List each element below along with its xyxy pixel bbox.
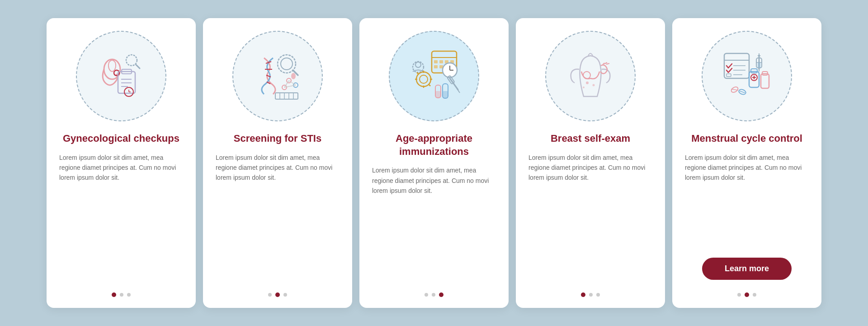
learn-more-button[interactable]: Learn more	[702, 258, 792, 280]
card-immunizations-title: Age-appropriate immunizations	[372, 132, 496, 158]
svg-rect-54	[435, 91, 441, 98]
svg-line-11	[136, 64, 140, 68]
icon-menstrual-circle	[702, 31, 792, 121]
icon-breast-circle	[545, 31, 636, 121]
card-breast-title: Breast self-exam	[551, 132, 630, 145]
card-gynecological: Gynecological checkups Lorem ipsum dolor…	[47, 18, 196, 308]
card-sti: Screening for STIs Lorem ipsum dolor sit…	[203, 18, 352, 308]
card-menstrual-body: Lorem ipsum dolor sit dim amet, mea regi…	[685, 153, 809, 250]
card-gynecological-dots	[112, 292, 131, 297]
svg-line-52	[429, 84, 430, 86]
dot-3	[283, 293, 287, 297]
svg-point-64	[586, 82, 589, 84]
dot-1	[268, 293, 272, 297]
svg-rect-34	[439, 60, 443, 63]
svg-point-66	[583, 86, 585, 88]
svg-point-18	[281, 58, 292, 70]
card-sti-title: Screening for STIs	[234, 132, 321, 145]
card-sti-body: Lorem ipsum dolor sit dim amet, mea regi…	[216, 153, 340, 283]
svg-point-25	[291, 73, 296, 79]
card-gynecological-body: Lorem ipsum dolor sit dim amet, mea regi…	[59, 153, 183, 283]
svg-point-46	[420, 75, 428, 83]
card-breast-dots	[581, 292, 600, 297]
dot-1	[737, 293, 741, 297]
dot-1	[112, 292, 116, 297]
icon-gynecological-circle	[76, 31, 166, 121]
cards-container: Gynecological checkups Lorem ipsum dolor…	[32, 7, 836, 319]
card-immunizations-body: Lorem ipsum dolor sit dim amet, mea regi…	[372, 165, 496, 283]
svg-line-91	[740, 91, 745, 93]
svg-rect-84	[757, 62, 761, 68]
card-breast-body: Lorem ipsum dolor sit dim amet, mea regi…	[528, 153, 652, 283]
svg-rect-26	[275, 93, 298, 99]
card-breast: Breast self-exam Lorem ipsum dolor sit d…	[516, 18, 665, 308]
dot-1	[581, 292, 585, 297]
card-menstrual-title: Menstrual cycle control	[691, 132, 802, 145]
gynecological-icon	[92, 47, 151, 105]
svg-point-65	[593, 84, 595, 86]
svg-rect-33	[434, 60, 438, 63]
card-sti-dots	[268, 292, 287, 297]
svg-line-63	[606, 63, 609, 64]
dot-1	[425, 293, 428, 297]
dot-2	[745, 292, 749, 297]
svg-rect-72	[726, 74, 731, 77]
breast-icon	[561, 47, 620, 105]
svg-point-44	[415, 62, 421, 67]
svg-rect-37	[434, 65, 438, 68]
dot-3	[127, 293, 131, 297]
svg-line-57	[450, 78, 458, 90]
card-gynecological-title: Gynecological checkups	[63, 132, 179, 145]
dot-2	[120, 293, 123, 297]
menstrual-icon	[717, 47, 776, 105]
card-immunizations: Age-appropriate immunizations Lorem ipsu…	[359, 18, 509, 308]
dot-3	[753, 293, 756, 297]
dot-2	[275, 292, 280, 297]
icon-immunizations-circle	[389, 31, 479, 121]
svg-rect-56	[443, 91, 448, 98]
dot-2	[432, 293, 435, 297]
svg-rect-78	[761, 74, 769, 88]
dot-2	[589, 293, 593, 297]
dot-3	[439, 292, 443, 297]
card-immunizations-dots	[425, 292, 443, 297]
svg-point-60	[583, 72, 590, 79]
icon-sti-circle	[232, 31, 323, 121]
svg-line-62	[604, 62, 607, 64]
sti-icon	[248, 47, 307, 105]
svg-line-61	[603, 63, 604, 65]
svg-rect-74	[751, 69, 757, 73]
dot-3	[596, 293, 600, 297]
card-menstrual-dots	[737, 292, 756, 297]
card-menstrual: Menstrual cycle control Lorem ipsum dolo…	[672, 18, 821, 308]
immunizations-icon	[405, 47, 463, 105]
